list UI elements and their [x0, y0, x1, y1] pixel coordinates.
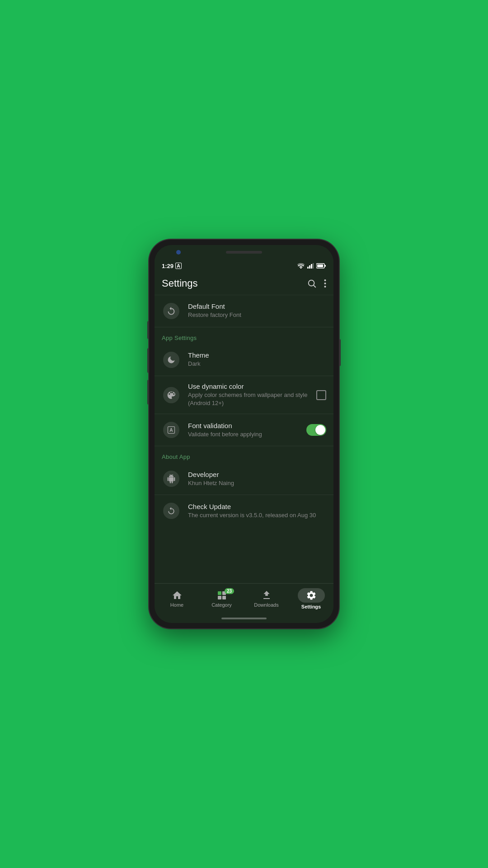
- update-icon: [167, 506, 176, 515]
- default-font-text: Default Font Restore factory Font: [188, 302, 326, 319]
- svg-text:A: A: [169, 428, 173, 433]
- developer-subtitle: Khun Htetz Naing: [188, 479, 326, 487]
- svg-rect-2: [309, 265, 310, 269]
- nav-settings-label: Settings: [301, 604, 321, 609]
- svg-point-12: [324, 286, 326, 288]
- nav-downloads-icon-wrapper: [261, 590, 272, 601]
- font-reset-icon: [166, 306, 176, 316]
- developer-icon: [162, 469, 181, 488]
- page-title: Settings: [162, 278, 198, 289]
- more-options-icon: [324, 279, 326, 288]
- status-time: 1:29 A: [162, 263, 182, 269]
- app-settings-header: App Settings: [155, 327, 333, 344]
- nav-downloads[interactable]: Downloads: [244, 587, 289, 610]
- check-update-title: Check Update: [188, 503, 326, 510]
- status-bar: 1:29 A: [155, 259, 333, 272]
- theme-subtitle: Dark: [188, 360, 326, 368]
- nav-settings-icon-wrapper: [298, 588, 325, 603]
- app-bar-actions: [307, 278, 326, 288]
- settings-content: Default Font Restore factory Font App Se…: [155, 295, 333, 583]
- svg-point-10: [324, 279, 326, 281]
- dynamic-color-subtitle: Apply color schemes from wallpaper and s…: [188, 391, 316, 407]
- nav-settings[interactable]: Settings: [289, 585, 333, 612]
- developer-text: Developer Khun Htetz Naing: [188, 471, 326, 487]
- svg-rect-15: [218, 591, 221, 595]
- bottom-nav: Home 23 Category: [155, 583, 333, 614]
- home-icon: [172, 590, 183, 601]
- check-update-subtitle: The current version is v3.5.0, released …: [188, 511, 326, 519]
- font-validation-toggle[interactable]: [306, 424, 326, 436]
- nav-home-label: Home: [170, 602, 183, 608]
- nav-home[interactable]: Home: [155, 587, 199, 610]
- dynamic-color-checkbox[interactable]: [316, 390, 326, 400]
- svg-rect-1: [307, 267, 309, 269]
- app-bar: Settings: [155, 272, 333, 295]
- search-button[interactable]: [307, 278, 317, 288]
- dynamic-color-item[interactable]: Use dynamic color Apply color schemes fr…: [155, 376, 333, 414]
- default-font-subtitle: Restore factory Font: [188, 311, 326, 319]
- nav-downloads-label: Downloads: [254, 602, 278, 608]
- moon-icon: [167, 355, 176, 364]
- svg-rect-6: [325, 265, 326, 267]
- font-validation-title: Font validation: [188, 422, 306, 429]
- wifi-icon: [297, 263, 305, 269]
- more-options-button[interactable]: [324, 279, 326, 288]
- battery-icon: [316, 263, 326, 269]
- font-validation-icon: A: [162, 420, 181, 439]
- downloads-icon: [261, 590, 272, 601]
- svg-rect-18: [222, 596, 226, 599]
- check-update-icon: [162, 501, 181, 520]
- status-icons: [297, 263, 326, 269]
- font-validation-text: Font validation Validate font before app…: [188, 422, 306, 439]
- theme-item[interactable]: Theme Dark: [155, 344, 333, 376]
- nav-category-label: Category: [211, 602, 232, 608]
- about-app-header: About App: [155, 446, 333, 463]
- toggle-knob: [315, 425, 325, 435]
- svg-line-9: [314, 285, 315, 287]
- android-icon: [167, 474, 176, 483]
- dynamic-color-title: Use dynamic color: [188, 382, 316, 390]
- check-update-item[interactable]: Check Update The current version is v3.5…: [155, 495, 333, 523]
- dynamic-color-icon: [162, 386, 181, 405]
- font-a-icon: A: [167, 425, 176, 434]
- default-font-title: Default Font: [188, 302, 326, 310]
- nav-category[interactable]: 23 Category: [199, 587, 244, 610]
- category-badge: 23: [225, 588, 234, 594]
- svg-point-11: [324, 283, 326, 284]
- svg-rect-4: [313, 263, 314, 269]
- font-validation-item[interactable]: A Font validation Validate font before a…: [155, 414, 333, 446]
- theme-text: Theme Dark: [188, 351, 326, 368]
- home-indicator: [155, 614, 333, 623]
- svg-rect-7: [317, 264, 323, 267]
- svg-point-0: [300, 268, 302, 269]
- svg-rect-17: [218, 596, 221, 599]
- nav-home-icon-wrapper: [172, 590, 183, 601]
- developer-item[interactable]: Developer Khun Htetz Naing: [155, 463, 333, 495]
- search-icon: [307, 278, 317, 288]
- default-font-item[interactable]: Default Font Restore factory Font: [155, 295, 333, 327]
- default-font-icon: [162, 302, 181, 321]
- signal-icon: [307, 263, 314, 269]
- theme-title: Theme: [188, 351, 326, 359]
- developer-title: Developer: [188, 471, 326, 478]
- home-bar: [221, 618, 267, 619]
- settings-icon: [306, 590, 317, 601]
- svg-rect-3: [311, 264, 312, 269]
- notification-indicator: A: [175, 263, 182, 269]
- check-update-text: Check Update The current version is v3.5…: [188, 503, 326, 519]
- palette-icon: [167, 391, 176, 400]
- dynamic-color-text: Use dynamic color Apply color schemes fr…: [188, 382, 316, 407]
- theme-icon: [162, 350, 181, 369]
- font-validation-subtitle: Validate font before applying: [188, 430, 306, 439]
